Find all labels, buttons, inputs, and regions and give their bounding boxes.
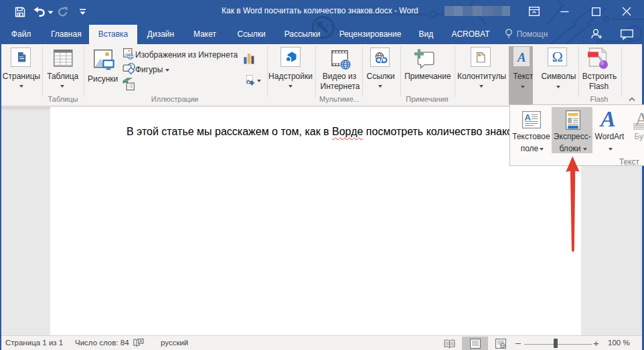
svg-text:A: A	[524, 112, 531, 122]
